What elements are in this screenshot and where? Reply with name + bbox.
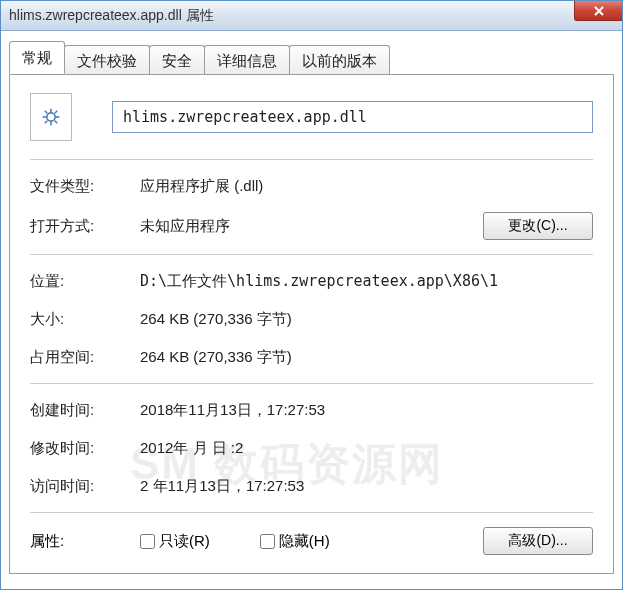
filetype-label: 文件类型: xyxy=(30,177,140,196)
location-value: D:\工作文件\hlims.zwrepcreateex.app\X86\1 xyxy=(140,272,593,291)
tab-file-check[interactable]: 文件校验 xyxy=(64,45,150,75)
readonly-checkbox[interactable] xyxy=(140,534,155,549)
file-icon xyxy=(30,93,72,141)
modified-value: 2012年 月 日 :2 xyxy=(140,439,593,458)
tab-content: 文件类型: 应用程序扩展 (.dll) 打开方式: 未知应用程序 更改(C)..… xyxy=(9,74,614,574)
tab-general[interactable]: 常规 xyxy=(9,41,65,74)
separator xyxy=(30,159,593,160)
tab-details[interactable]: 详细信息 xyxy=(204,45,290,75)
svg-line-7 xyxy=(45,121,48,124)
openwith-row: 打开方式: 未知应用程序 更改(C)... xyxy=(30,212,593,240)
attributes-label: 属性: xyxy=(30,532,140,551)
svg-line-6 xyxy=(55,121,58,124)
separator xyxy=(30,383,593,384)
attributes-row: 属性: 只读(R) 隐藏(H) 高级(D)... xyxy=(30,527,593,555)
close-button[interactable] xyxy=(574,1,622,21)
hidden-checkbox[interactable] xyxy=(260,534,275,549)
openwith-value: 未知应用程序 xyxy=(140,217,483,236)
sizeondisk-value: 264 KB (270,336 字节) xyxy=(140,348,593,367)
filetype-value: 应用程序扩展 (.dll) xyxy=(140,177,593,196)
sizeondisk-label: 占用空间: xyxy=(30,348,140,367)
close-icon xyxy=(593,5,605,17)
filename-input[interactable] xyxy=(112,101,593,133)
filename-row xyxy=(30,93,593,141)
tab-previous-versions[interactable]: 以前的版本 xyxy=(289,45,390,75)
tab-security[interactable]: 安全 xyxy=(149,45,205,75)
openwith-label: 打开方式: xyxy=(30,217,140,236)
accessed-value: 2 年11月13日，17:27:53 xyxy=(140,477,593,496)
advanced-button[interactable]: 高级(D)... xyxy=(483,527,593,555)
location-row: 位置: D:\工作文件\hlims.zwrepcreateex.app\X86\… xyxy=(30,269,593,293)
sizeondisk-row: 占用空间: 264 KB (270,336 字节) xyxy=(30,345,593,369)
tabstrip: 常规 文件校验 安全 详细信息 以前的版本 xyxy=(9,41,614,74)
hidden-checkbox-wrap[interactable]: 隐藏(H) xyxy=(260,532,330,551)
modified-row: 修改时间: 2012年 月 日 :2 xyxy=(30,436,593,460)
window-title: hlims.zwrepcreateex.app.dll 属性 xyxy=(9,7,214,25)
accessed-row: 访问时间: 2 年11月13日，17:27:53 xyxy=(30,474,593,498)
svg-line-5 xyxy=(45,111,48,114)
size-label: 大小: xyxy=(30,310,140,329)
accessed-label: 访问时间: xyxy=(30,477,140,496)
created-label: 创建时间: xyxy=(30,401,140,420)
change-button[interactable]: 更改(C)... xyxy=(483,212,593,240)
filetype-row: 文件类型: 应用程序扩展 (.dll) xyxy=(30,174,593,198)
svg-line-8 xyxy=(55,111,58,114)
separator xyxy=(30,512,593,513)
location-label: 位置: xyxy=(30,272,140,291)
titlebar[interactable]: hlims.zwrepcreateex.app.dll 属性 xyxy=(1,1,622,31)
properties-window: hlims.zwrepcreateex.app.dll 属性 常规 文件校验 安… xyxy=(0,0,623,590)
size-value: 264 KB (270,336 字节) xyxy=(140,310,593,329)
hidden-label: 隐藏(H) xyxy=(279,532,330,551)
svg-point-0 xyxy=(47,113,55,121)
readonly-checkbox-wrap[interactable]: 只读(R) xyxy=(140,532,210,551)
size-row: 大小: 264 KB (270,336 字节) xyxy=(30,307,593,331)
created-value: 2018年11月13日，17:27:53 xyxy=(140,401,593,420)
separator xyxy=(30,254,593,255)
readonly-label: 只读(R) xyxy=(159,532,210,551)
created-row: 创建时间: 2018年11月13日，17:27:53 xyxy=(30,398,593,422)
gear-icon xyxy=(41,107,61,127)
modified-label: 修改时间: xyxy=(30,439,140,458)
window-body: 常规 文件校验 安全 详细信息 以前的版本 xyxy=(1,31,622,574)
